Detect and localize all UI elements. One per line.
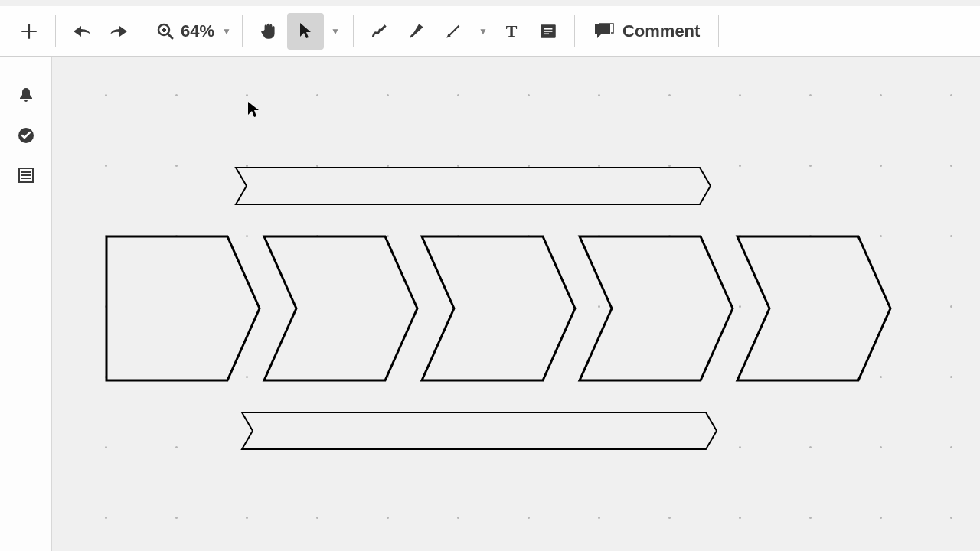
highlighter-icon: [407, 21, 426, 41]
drawing-canvas[interactable]: [52, 57, 980, 551]
chevron-shape[interactable]: [236, 168, 710, 204]
left-sidebar: [0, 57, 52, 551]
chevron-shape[interactable]: [422, 236, 575, 380]
chevron-shape[interactable]: [580, 236, 733, 380]
separator: [145, 15, 145, 47]
plus-icon: [19, 21, 39, 41]
zoom-control[interactable]: 64% ▼: [153, 21, 234, 41]
undo-icon: [70, 23, 93, 40]
pages-button[interactable]: [15, 164, 38, 187]
main-toolbar: 64% ▼ ▼ ▼ T Comment: [0, 6, 980, 57]
bell-icon: [18, 86, 34, 105]
separator: [718, 15, 719, 47]
cursor-icon: [297, 21, 314, 41]
note-tool-button[interactable]: [530, 13, 567, 50]
chevron-down-icon: ▼: [331, 26, 340, 37]
comment-icon: [593, 21, 615, 41]
separator: [353, 15, 354, 47]
line-tool-dropdown[interactable]: ▼: [472, 13, 493, 50]
undo-button[interactable]: [64, 13, 100, 50]
zoom-value: 64%: [181, 21, 214, 41]
select-tool-dropdown[interactable]: ▼: [324, 13, 345, 50]
note-icon: [538, 21, 558, 41]
chevron-down-icon: ▼: [479, 26, 488, 37]
separator: [55, 15, 56, 47]
line-arrow-icon: [443, 21, 463, 41]
add-button[interactable]: [11, 13, 47, 50]
separator: [574, 15, 575, 47]
separator: [242, 15, 243, 47]
svg-line-4: [449, 25, 459, 35]
chevron-shape[interactable]: [242, 412, 717, 449]
pen-tool-button[interactable]: [361, 13, 398, 50]
approvals-button[interactable]: [15, 124, 38, 147]
shapes-layer: [52, 57, 980, 551]
text-tool-button[interactable]: T: [493, 13, 530, 50]
redo-button[interactable]: [100, 13, 137, 50]
chevron-shape[interactable]: [264, 236, 417, 380]
comment-button[interactable]: Comment: [583, 13, 710, 50]
redo-icon: [107, 23, 130, 40]
hand-icon: [259, 21, 279, 41]
pen-icon: [370, 21, 390, 41]
svg-text:T: T: [506, 22, 518, 41]
list-icon: [18, 167, 34, 184]
zoom-icon: [156, 22, 175, 41]
highlighter-tool-button[interactable]: [398, 13, 435, 50]
text-icon: T: [502, 22, 521, 41]
check-circle-icon: [17, 126, 35, 145]
line-tool-button[interactable]: [435, 13, 472, 50]
svg-line-1: [168, 34, 172, 38]
chevron-shape[interactable]: [737, 236, 890, 380]
notifications-button[interactable]: [15, 84, 38, 107]
pan-tool-button[interactable]: [250, 13, 287, 50]
chevron-down-icon: ▼: [222, 26, 231, 37]
comment-label: Comment: [622, 21, 700, 41]
select-tool-button[interactable]: [287, 13, 324, 50]
chevron-shape[interactable]: [106, 236, 260, 380]
